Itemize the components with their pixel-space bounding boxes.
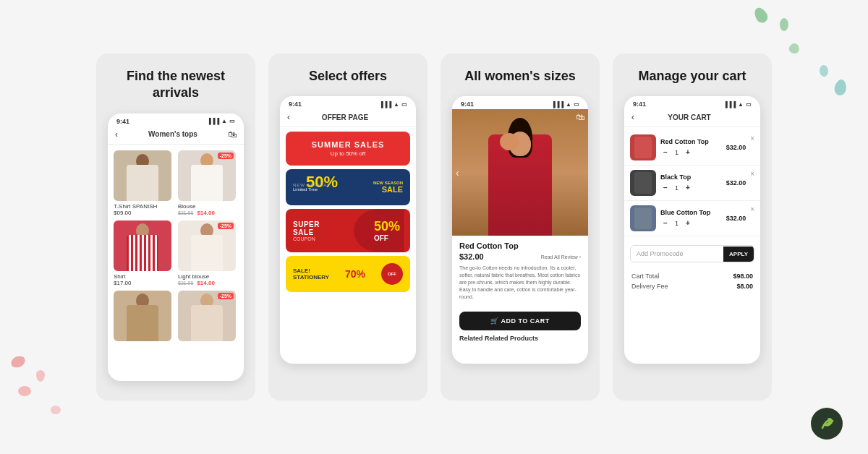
offer-stationery-inner: SALE! STATIONERY 70% OFF xyxy=(286,256,410,292)
time-1: 9:41 xyxy=(116,118,129,125)
phone-header-title-1: Women's tops xyxy=(118,130,228,138)
phone-header-title-4: YOUR CART xyxy=(634,113,744,121)
promo-input[interactable]: Add Promocode xyxy=(631,246,723,262)
cart-item-name-2: Black Top xyxy=(660,174,722,181)
qty-plus-2[interactable]: + xyxy=(683,183,693,193)
brand-logo xyxy=(811,408,843,440)
cart-item-name-3: Blue Cotton Top xyxy=(660,209,722,216)
person-figure-1 xyxy=(114,150,171,201)
offer-stationery-circle: OFF xyxy=(381,263,403,285)
product-hero-image: ‹ 🛍 xyxy=(452,109,588,236)
qty-num-1: 1 xyxy=(675,149,678,156)
cart-img-placeholder-3 xyxy=(634,207,652,229)
person-figure-2 xyxy=(178,150,236,201)
cart-item-remove-2[interactable]: × xyxy=(750,170,754,178)
product-name-1: T-Shirt SPANISH xyxy=(114,203,174,210)
status-icons-3: ▐▐▐ ▲ ▭ xyxy=(551,101,579,108)
qty-minus-1[interactable]: − xyxy=(660,147,671,158)
offer-summer-banner[interactable]: SUMMER SALES Up to 50% off xyxy=(286,132,410,166)
status-icons-4: ▐▐▐ ▲ ▭ xyxy=(723,101,752,108)
battery-icon-2: ▭ xyxy=(401,101,407,108)
phone-header-title-2: OFFER PAGE xyxy=(290,113,400,121)
delivery-fee-label: Delivery Fee xyxy=(631,283,668,290)
product-price-sale-4: $14.00 xyxy=(197,280,214,286)
cart-icon-1[interactable]: 🛍 xyxy=(228,129,237,140)
product-item-4[interactable]: -25% Light blouse $21.00 $14.00 xyxy=(178,220,238,286)
offer-new-season-text: NEW SEASON SALE xyxy=(373,181,403,194)
main-container: Find the newest arrivals 9:41 ▐▐▐ ▲ ▭ ‹ … xyxy=(0,0,868,454)
woman-face-detail xyxy=(500,133,519,150)
wifi-icon-4: ▲ xyxy=(738,101,744,108)
product-name-2: Blouse xyxy=(178,203,238,210)
product-item-1[interactable]: T-Shirt SPANISH $09.00 xyxy=(114,150,174,216)
wifi-icon-2: ▲ xyxy=(393,101,399,108)
product-detail-price: $32.00 xyxy=(459,252,484,261)
time-2: 9:41 xyxy=(289,100,302,108)
cart-icon-hero[interactable]: 🛍 xyxy=(576,112,584,122)
offer-new-season-banner[interactable]: NEW ARRIVAL Limited Time 50% NEW SEASON … xyxy=(286,169,410,205)
offer-stationery-label: SALE! xyxy=(293,267,329,274)
product-item-2[interactable]: -25% Blouse $21.00 $14.00 xyxy=(178,150,238,216)
battery-icon: ▭ xyxy=(229,118,235,124)
cart-item-qty-1: − 1 + xyxy=(660,147,722,158)
qty-minus-2[interactable]: − xyxy=(660,183,671,193)
card-womens-sizes-title: All women's sizes xyxy=(464,68,575,85)
qty-plus-1[interactable]: + xyxy=(683,147,693,158)
offer-super-discount: 50% OFF xyxy=(374,219,410,242)
cart-img-placeholder-1 xyxy=(634,137,652,158)
qty-num-2: 1 xyxy=(675,184,678,192)
cart-img-placeholder-2 xyxy=(634,172,652,194)
cart-item-remove-3[interactable]: × xyxy=(750,205,754,213)
offer-super-text-container: SUPER SALE COUPON xyxy=(286,220,320,241)
card-newest-arrivals-title: Find the newest arrivals xyxy=(108,68,244,102)
cart-item-qty-3: − 1 + xyxy=(660,218,722,228)
product-img-2: -25% xyxy=(178,150,236,201)
signal-icon-2: ▐▐▐ xyxy=(379,101,391,108)
person-figure-5 xyxy=(114,291,171,341)
product-price-old-2: $21.00 xyxy=(178,210,193,215)
phone-mockup-2: 9:41 ▐▐▐ ▲ ▭ ‹ OFFER PAGE SUMMER SALES U… xyxy=(280,96,416,364)
qty-plus-3[interactable]: + xyxy=(683,218,693,228)
promo-apply-button[interactable]: APPLY xyxy=(723,247,754,262)
related-products-section: Related Related Products xyxy=(452,333,588,343)
phone-mockup-4: 9:41 ▐▐▐ ▲ ▭ ‹ YOUR CART xyxy=(624,96,760,364)
add-to-cart-button[interactable]: 🛒 ADD TO CART xyxy=(459,312,581,330)
card-womens-sizes: All women's sizes 9:41 ▐▐▐ ▲ ▭ xyxy=(441,53,600,401)
product-name-4: Light blouse xyxy=(178,273,238,280)
status-icons-2: ▐▐▐ ▲ ▭ xyxy=(379,101,407,108)
product-img-5 xyxy=(114,291,171,341)
prev-arrow[interactable]: ‹ xyxy=(456,167,459,179)
wifi-icon-3: ▲ xyxy=(566,101,571,108)
logo-svg xyxy=(814,411,840,437)
qty-minus-3[interactable]: − xyxy=(660,218,671,228)
product-item-6[interactable]: -25% xyxy=(178,291,238,341)
cart-item-price-2: $32.00 xyxy=(726,179,746,187)
offer-stationery-discount: 70% xyxy=(345,268,365,280)
offer-stationery-left: SALE! STATIONERY xyxy=(293,267,329,280)
cart-item-1: Red Cotton Top − 1 + $32.00 × xyxy=(624,130,760,166)
cart-item-info-2: Black Top − 1 + xyxy=(660,174,722,193)
product-item-3[interactable]: Shirt $17.00 xyxy=(114,220,174,286)
offer-super-banner[interactable]: SUPER SALE COUPON 50% OFF xyxy=(286,209,410,252)
delivery-fee-value: $8.00 xyxy=(736,283,753,290)
cart-item-info-3: Blue Cotton Top − 1 + xyxy=(660,209,722,228)
product-price-1: $09.00 xyxy=(114,210,174,216)
cart-item-img-3 xyxy=(630,205,656,231)
phone-header-2: ‹ OFFER PAGE xyxy=(280,109,416,127)
phone-mockup-1: 9:41 ▐▐▐ ▲ ▭ ‹ Women's tops 🛍 xyxy=(108,113,244,381)
product-item-5[interactable] xyxy=(114,291,174,341)
product-img-3 xyxy=(114,220,171,271)
product-detail-review[interactable]: Read All Review › xyxy=(541,254,581,260)
status-bar-4: 9:41 ▐▐▐ ▲ ▭ xyxy=(624,96,760,109)
product-price-3: $17.00 xyxy=(114,280,174,286)
status-bar-1: 9:41 ▐▐▐ ▲ ▭ xyxy=(108,113,244,127)
product-img-4: -25% xyxy=(178,220,236,271)
product-grid-1: T-Shirt SPANISH $09.00 -25% Blouse $21.0 xyxy=(108,145,244,347)
cart-item-remove-1[interactable]: × xyxy=(750,134,754,142)
status-bar-2: 9:41 ▐▐▐ ▲ ▭ xyxy=(280,96,416,109)
person-figure-6 xyxy=(178,291,236,341)
offer-summer-title: SUMMER SALES xyxy=(292,140,404,149)
product-img-6: -25% xyxy=(178,291,236,341)
person-figure-4 xyxy=(178,220,236,271)
offer-stationery-banner[interactable]: SALE! STATIONERY 70% OFF xyxy=(286,256,410,292)
